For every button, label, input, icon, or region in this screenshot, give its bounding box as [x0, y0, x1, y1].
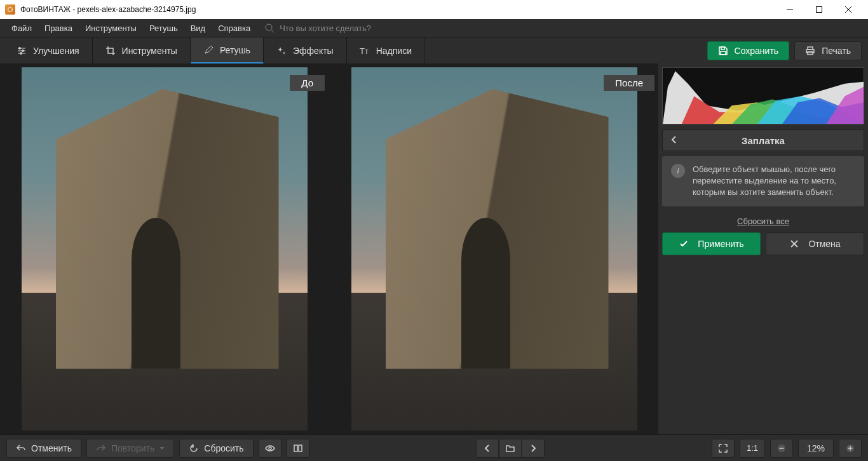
- window-title: ФотоВИНТАЖ - pexels-alex-azabache-321497…: [20, 5, 196, 14]
- redo-button[interactable]: Повторить: [86, 439, 174, 458]
- svg-point-9: [19, 47, 21, 49]
- toggle-preview-button[interactable]: [259, 439, 281, 458]
- svg-rect-20: [294, 445, 297, 451]
- cancel-button[interactable]: Отмена: [766, 232, 864, 255]
- menu-retouch[interactable]: Ретушь: [143, 21, 184, 36]
- minimize-button[interactable]: [775, 0, 804, 19]
- zoom-in-button[interactable]: [839, 439, 862, 458]
- menu-search[interactable]: Что вы хотите сделать?: [264, 23, 371, 33]
- sidebar: Заплатка i Обведите объект мышью, после …: [658, 63, 868, 434]
- undo-button[interactable]: Отменить: [6, 439, 81, 458]
- tab-tools[interactable]: Инструменты: [93, 37, 191, 63]
- info-text: Обведите объект мышью, после чего переме…: [693, 164, 855, 199]
- main-tabs: Улучшения Инструменты Ретушь Эффекты Tт …: [0, 37, 868, 63]
- nav-group: [476, 439, 545, 458]
- tab-label: Ретушь: [220, 45, 250, 55]
- reset-all-link[interactable]: Сбросить все: [662, 211, 864, 227]
- zoom-out-button[interactable]: [770, 439, 793, 458]
- svg-rect-13: [721, 47, 724, 50]
- zoom-label: 12%: [807, 443, 825, 453]
- tab-label: Надписи: [376, 46, 412, 56]
- compare-button[interactable]: [287, 439, 309, 458]
- print-button[interactable]: Печать: [794, 41, 862, 60]
- maximize-button[interactable]: [804, 0, 834, 19]
- svg-point-10: [22, 50, 24, 51]
- svg-rect-1: [817, 7, 822, 13]
- apply-button[interactable]: Применить: [662, 232, 761, 255]
- undo-label: Отменить: [31, 443, 72, 453]
- ratio-label: 1:1: [747, 443, 758, 453]
- menubar: Файл Правка Инструменты Ретушь Вид Справ…: [0, 19, 868, 37]
- browse-button[interactable]: [499, 439, 522, 458]
- svg-rect-14: [721, 51, 726, 55]
- svg-point-4: [266, 24, 272, 30]
- prev-image-button[interactable]: [476, 439, 499, 458]
- tab-captions[interactable]: Tт Надписи: [347, 37, 425, 63]
- after-image: [351, 67, 637, 431]
- window-controls: [775, 0, 863, 19]
- menu-help[interactable]: Справка: [212, 21, 257, 36]
- print-label: Печать: [822, 46, 851, 56]
- app-icon: [5, 4, 15, 15]
- titlebar: ФотоВИНТАЖ - pexels-alex-azabache-321497…: [0, 0, 868, 19]
- next-image-button[interactable]: [522, 439, 545, 458]
- before-pane[interactable]: До: [4, 67, 325, 431]
- before-image: [22, 67, 308, 431]
- tab-retouch[interactable]: Ретушь: [191, 37, 264, 63]
- back-button[interactable]: [669, 135, 679, 147]
- after-pane[interactable]: После: [334, 67, 654, 431]
- actual-size-button[interactable]: 1:1: [740, 439, 765, 458]
- svg-line-5: [271, 30, 274, 32]
- svg-point-11: [20, 52, 22, 54]
- reset-button[interactable]: Сбросить: [179, 439, 253, 458]
- info-icon: i: [671, 164, 685, 178]
- info-box: i Обведите объект мышью, после чего пере…: [662, 156, 864, 206]
- svg-point-19: [269, 447, 271, 450]
- tab-effects[interactable]: Эффекты: [264, 37, 347, 63]
- tab-label: Улучшения: [33, 46, 79, 56]
- zoom-value[interactable]: 12%: [798, 439, 834, 458]
- tab-label: Эффекты: [293, 46, 334, 56]
- cancel-label: Отмена: [808, 239, 840, 249]
- before-badge: До: [290, 75, 325, 91]
- save-label: Сохранить: [735, 46, 779, 56]
- menu-view[interactable]: Вид: [184, 21, 212, 36]
- tab-enhance[interactable]: Улучшения: [4, 37, 93, 63]
- menu-file[interactable]: Файл: [5, 21, 38, 36]
- reset-label: Сбросить: [204, 443, 243, 453]
- panel-title: Заплатка: [742, 135, 785, 146]
- panel-header: Заплатка: [662, 130, 864, 151]
- search-placeholder: Что вы хотите сделать?: [280, 23, 371, 33]
- apply-label: Применить: [698, 239, 743, 249]
- tab-label: Инструменты: [122, 46, 177, 56]
- fit-screen-button[interactable]: [712, 439, 735, 458]
- after-badge: После: [604, 75, 654, 91]
- menu-edit[interactable]: Правка: [38, 21, 79, 36]
- canvas-area: До После: [0, 63, 658, 434]
- menu-tools[interactable]: Инструменты: [79, 21, 143, 36]
- bottom-bar: Отменить Повторить Сбросить 1:1 12: [0, 434, 868, 461]
- save-button[interactable]: Сохранить: [707, 41, 790, 60]
- svg-text:Tт: Tт: [360, 46, 369, 56]
- histogram[interactable]: [662, 67, 864, 124]
- svg-rect-21: [299, 445, 302, 451]
- redo-label: Повторить: [111, 443, 154, 453]
- close-button[interactable]: [834, 0, 863, 19]
